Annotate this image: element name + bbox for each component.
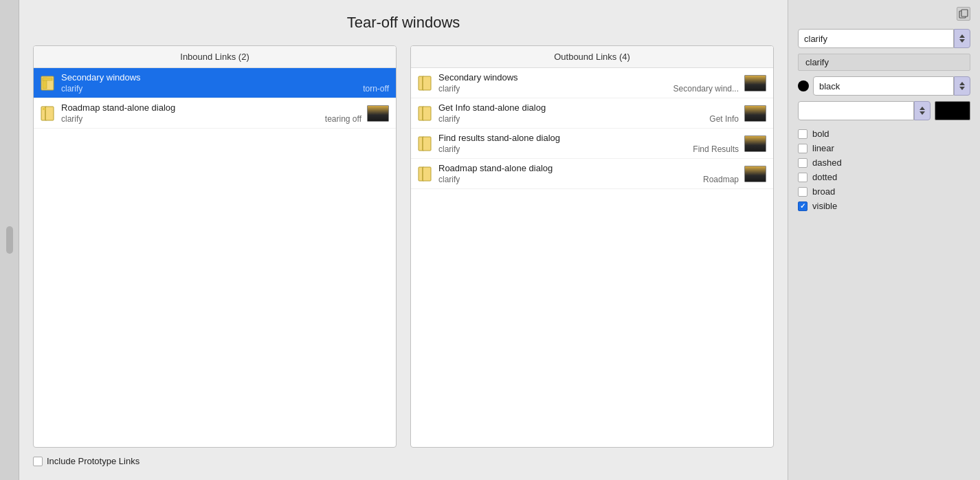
window-icon-1	[41, 106, 56, 121]
scroll-handle[interactable]	[6, 226, 13, 254]
inbound-item-0-meta-right: torn-off	[363, 84, 389, 94]
inbound-item-1-content: Roadmap stand-alone dialog clarify teari…	[61, 102, 361, 124]
checkbox-label-dotted: dotted	[812, 172, 837, 182]
color-row: black	[798, 76, 970, 96]
inbound-item-0-meta-left: clarify	[61, 84, 82, 94]
checkbox-item-visible[interactable]: ✓visible	[798, 201, 970, 211]
svg-rect-17	[423, 167, 431, 181]
checkbox-dashed[interactable]	[798, 158, 808, 168]
inbound-item-1-thumbnail	[367, 105, 389, 122]
outbound-item-3-thumbnail	[744, 166, 766, 182]
color-dropdown-display[interactable]: black	[813, 76, 954, 96]
outbound-item-1-title: Get Info stand-alone dialog	[438, 102, 739, 113]
number-input-wrapper	[798, 101, 931, 120]
inbound-links-panel: Inbound Links (2) Secondary window	[33, 45, 397, 448]
outbound-window-icon-1	[418, 106, 433, 121]
svg-rect-6	[43, 108, 45, 110]
color-dropdown-arrows[interactable]	[954, 76, 970, 96]
outbound-item-0-title: Secondary windows	[438, 72, 739, 83]
inbound-item-1[interactable]: Roadmap stand-alone dialog clarify teari…	[34, 98, 396, 129]
checkbox-label-linear: linear	[812, 143, 834, 153]
outbound-item-1[interactable]: Get Info stand-alone dialog clarify Get …	[411, 98, 773, 129]
outbound-item-2-title: Find results stand-alone dialog	[438, 133, 739, 143]
inbound-item-0-title: Secondary windows	[61, 72, 389, 83]
color-arrow-up-icon	[959, 82, 965, 85]
outbound-item-2-meta-left: clarify	[438, 144, 460, 154]
num-arrow-down-icon	[920, 111, 925, 115]
window-icon-0	[41, 76, 56, 91]
outbound-item-1-meta-left: clarify	[438, 114, 460, 124]
checkbox-visible[interactable]: ✓	[798, 201, 808, 211]
outbound-item-3-title: Roadmap stand-alone dialog	[438, 163, 739, 173]
outbound-item-0-meta-left: clarify	[438, 84, 460, 94]
outbound-item-3[interactable]: Roadmap stand-alone dialog clarify Roadm…	[411, 159, 773, 189]
outbound-item-1-thumbnail	[744, 105, 766, 122]
outbound-item-0[interactable]: Secondary windows clarify Secondary wind…	[411, 68, 773, 98]
inbound-item-0-content: Secondary windows clarify torn-off	[61, 72, 389, 94]
right-sidebar: clarify clarify black	[788, 0, 980, 480]
inbound-panel-items: Secondary windows clarify torn-off	[34, 68, 396, 447]
svg-rect-20	[961, 10, 968, 17]
links-container: Inbound Links (2) Secondary window	[33, 45, 774, 448]
outbound-item-1-meta: clarify Get Info	[438, 114, 739, 124]
outbound-item-2-content: Find results stand-alone dialog clarify …	[438, 133, 739, 154]
checkbox-item-dotted[interactable]: dotted	[798, 172, 970, 182]
outbound-item-1-meta-right: Get Info	[709, 114, 739, 124]
checkbox-item-dashed[interactable]: dashed	[798, 157, 970, 168]
checkbox-broad[interactable]	[798, 187, 808, 197]
svg-rect-4	[45, 107, 54, 120]
clarify-dropdown-display[interactable]: clarify	[798, 29, 954, 48]
inbound-item-1-meta-right: tearing off	[325, 114, 361, 124]
number-input-display[interactable]	[798, 101, 914, 120]
checkboxes-group: boldlineardasheddottedbroad✓visible	[798, 129, 970, 211]
outbound-item-0-thumbnail	[744, 75, 766, 91]
outbound-panel-items: Secondary windows clarify Secondary wind…	[411, 68, 773, 447]
number-dropdown-arrows[interactable]	[914, 101, 931, 120]
checkbox-item-linear[interactable]: linear	[798, 143, 970, 153]
inbound-item-0-meta: clarify torn-off	[61, 84, 389, 94]
number-swatch-row	[798, 101, 970, 120]
outbound-item-3-content: Roadmap stand-alone dialog clarify Roadm…	[438, 163, 739, 184]
bottom-controls: Include Prototype Links	[33, 456, 774, 466]
svg-rect-14	[423, 137, 431, 151]
checkbox-bold[interactable]	[798, 129, 808, 139]
clarify-dropdown-arrows[interactable]	[954, 29, 970, 48]
page-title: Tear-off windows	[33, 14, 774, 32]
clarify-label-dropdown[interactable]: clarify	[798, 54, 970, 71]
inbound-item-1-meta-left: clarify	[61, 114, 82, 124]
content-area: Tear-off windows Inbound Links (2)	[19, 0, 788, 480]
outbound-item-0-meta-right: Secondary wind...	[673, 84, 739, 94]
outbound-item-2[interactable]: Find results stand-alone dialog clarify …	[411, 129, 773, 159]
include-prototype-label[interactable]: Include Prototype Links	[33, 456, 140, 466]
checkbox-item-broad[interactable]: broad	[798, 186, 970, 197]
duplicate-icon-button[interactable]	[957, 7, 970, 21]
svg-rect-8	[423, 76, 431, 90]
checkbox-linear[interactable]	[798, 144, 808, 153]
left-scroll-panel	[0, 0, 19, 480]
clarify-dropdown-wrapper: clarify	[798, 29, 970, 48]
outbound-item-3-meta-right: Roadmap	[703, 175, 739, 184]
svg-rect-2	[43, 78, 52, 80]
checkbox-dotted[interactable]	[798, 173, 808, 182]
arrow-down-icon	[959, 39, 965, 43]
checkbox-label-visible: visible	[812, 201, 837, 211]
color-swatch[interactable]	[935, 101, 970, 120]
checkbox-label-dashed: dashed	[812, 157, 842, 168]
color-dropdown-wrapper: black	[813, 76, 970, 96]
outbound-item-3-meta: clarify Roadmap	[438, 175, 739, 184]
outbound-item-1-content: Get Info stand-alone dialog clarify Get …	[438, 102, 739, 124]
outbound-window-icon-0	[418, 76, 433, 91]
sidebar-top	[798, 7, 970, 21]
outbound-item-0-meta: clarify Secondary wind...	[438, 84, 739, 94]
inbound-item-0[interactable]: Secondary windows clarify torn-off	[34, 68, 396, 98]
outbound-panel-header: Outbound Links (4)	[411, 46, 773, 68]
checkbox-item-bold[interactable]: bold	[798, 129, 970, 139]
outbound-links-panel: Outbound Links (4) Secondary windo	[410, 45, 774, 448]
include-prototype-checkbox[interactable]	[33, 457, 43, 466]
outbound-item-2-thumbnail	[744, 135, 766, 152]
color-arrow-down-icon	[959, 87, 965, 90]
arrow-up-icon	[959, 34, 965, 38]
inbound-item-1-title: Roadmap stand-alone dialog	[61, 102, 361, 113]
outbound-window-icon-2	[418, 136, 433, 151]
checkbox-label-broad: broad	[812, 186, 835, 197]
